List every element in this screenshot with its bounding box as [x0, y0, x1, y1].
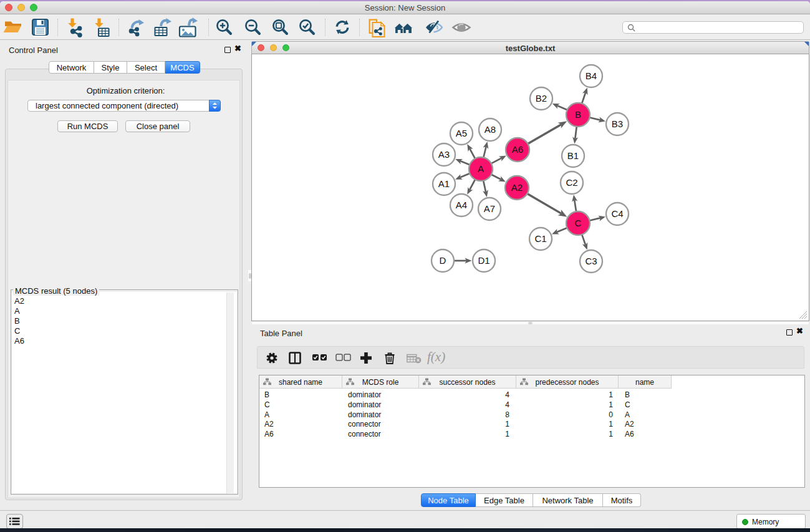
svg-text:D1: D1: [478, 255, 489, 266]
svg-text:A1: A1: [438, 178, 450, 189]
svg-text:A7: A7: [484, 203, 495, 214]
svg-text:C1: C1: [534, 233, 546, 244]
svg-text:C2: C2: [566, 177, 577, 188]
svg-text:B2: B2: [536, 93, 547, 104]
svg-text:B1: B1: [567, 150, 579, 161]
svg-text:A8: A8: [485, 124, 496, 135]
svg-text:C: C: [575, 218, 582, 228]
svg-text:A6: A6: [512, 144, 523, 155]
svg-text:B3: B3: [612, 118, 623, 129]
svg-text:B4: B4: [586, 70, 597, 81]
svg-text:A5: A5: [456, 128, 467, 138]
svg-text:A3: A3: [438, 149, 450, 160]
svg-text:A4: A4: [456, 200, 467, 210]
svg-text:D: D: [440, 255, 446, 266]
svg-text:B: B: [575, 109, 581, 120]
svg-text:C3: C3: [585, 256, 597, 266]
svg-text:C4: C4: [611, 208, 623, 219]
svg-text:A2: A2: [511, 182, 523, 193]
svg-text:A: A: [478, 163, 484, 174]
